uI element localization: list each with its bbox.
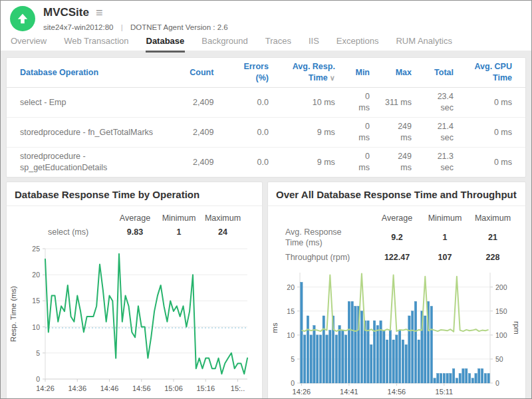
- cell-max: 249 ms: [375, 118, 417, 148]
- stats-row: Throughput (rpm) 122.47 107 228: [268, 250, 517, 265]
- app-window: MVCSite ≡ site24x7-win2012:80 | DOTNET A…: [0, 0, 532, 399]
- response-throughput-combo-chart[interactable]: 0055010100151502020014:2614:4114:5615:11…: [268, 267, 525, 399]
- col-header-min[interactable]: Min: [340, 58, 375, 88]
- stats-row: Avg. Response Time (ms) 9.2 1 21: [268, 225, 517, 250]
- cell-min: 0 ms: [340, 88, 375, 118]
- stats-maximum-value: 24: [201, 225, 245, 239]
- svg-text:14:56: 14:56: [388, 388, 406, 396]
- col-header-max[interactable]: Max: [375, 58, 417, 88]
- svg-text:150: 150: [495, 307, 507, 315]
- stats-average-value: 122.47: [373, 250, 421, 265]
- cell-min: 0 ms: [340, 118, 375, 148]
- svg-text:14:41: 14:41: [340, 388, 358, 396]
- svg-text:14:36: 14:36: [68, 384, 86, 392]
- svg-text:14:26: 14:26: [36, 384, 55, 392]
- svg-text:15:..: 15:..: [231, 384, 245, 392]
- col-header-errors[interactable]: Errors (%): [219, 58, 274, 88]
- svg-text:ms: ms: [271, 323, 279, 333]
- svg-text:rpm: rpm: [513, 321, 521, 334]
- stats-header-average: Average: [113, 211, 157, 225]
- cell-avg-resp: 9 ms: [274, 118, 340, 148]
- up-arrow-icon: [17, 13, 28, 24]
- col-header-avg-resp-time[interactable]: Avg. Resp. Time∨: [274, 58, 340, 88]
- cell-avg-resp: 9 ms: [274, 148, 340, 178]
- cell-count: 2,409: [160, 148, 219, 178]
- operation-stats-table: Average Minimum Maximum select (ms) 9.83…: [7, 211, 245, 239]
- col-header-avg-cpu-time[interactable]: Avg. CPU Time: [459, 58, 525, 88]
- svg-text:25: 25: [32, 245, 40, 253]
- svg-text:10: 10: [32, 323, 40, 331]
- svg-text:0: 0: [291, 379, 295, 387]
- svg-text:0: 0: [495, 379, 499, 387]
- col-header-count[interactable]: Count: [160, 58, 219, 88]
- stats-minimum-value: 1: [421, 225, 469, 250]
- database-operations-table: Database Operation Count Errors (%) Avg.…: [7, 58, 525, 177]
- cell-total: 23.4 sec: [417, 88, 459, 118]
- svg-text:200: 200: [495, 283, 507, 291]
- sort-desc-icon[interactable]: ∨: [330, 74, 335, 82]
- cell-errors: 0.0: [219, 148, 274, 178]
- overall-response-throughput-panel: Over All Database Response Time and Thro…: [267, 182, 526, 399]
- cell-avg-cpu: 0 ms: [459, 148, 525, 178]
- svg-text:0: 0: [36, 375, 40, 383]
- stats-minimum-value: 1: [157, 225, 201, 239]
- panel-title: Database Response Time by Operation: [7, 182, 262, 206]
- stats-maximum-value: 228: [469, 250, 517, 265]
- stats-header-average: Average: [373, 211, 421, 225]
- table-row[interactable]: select - Emp 2,409 0.0 10 ms 0 ms 311 ms…: [7, 88, 525, 118]
- cell-operation[interactable]: storedprocedure - sp_getEducationDetails: [7, 148, 160, 178]
- svg-text:20: 20: [32, 271, 40, 279]
- col-header-total[interactable]: Total: [417, 58, 459, 88]
- tab-overview[interactable]: Overview: [10, 36, 47, 53]
- stats-header-minimum: Minimum: [157, 211, 201, 225]
- tab-rum-analytics[interactable]: RUM Analytics: [395, 36, 453, 53]
- svg-text:Resp. Time (ms): Resp. Time (ms): [9, 286, 17, 342]
- svg-text:15:11: 15:11: [436, 388, 454, 396]
- tab-web-transaction[interactable]: Web Transaction: [63, 36, 129, 53]
- svg-text:5: 5: [36, 349, 40, 357]
- overall-stats-table: Average Minimum Maximum Avg. Response Ti…: [268, 211, 517, 265]
- stats-series-label: Throughput (rpm): [268, 250, 373, 265]
- stats-row: select (ms) 9.83 1 24: [7, 225, 245, 239]
- monitor-status-up-icon: [10, 6, 35, 31]
- svg-text:10: 10: [287, 331, 295, 339]
- svg-text:14:46: 14:46: [100, 384, 119, 392]
- cell-avg-cpu: 0 ms: [459, 88, 525, 118]
- stats-series-label: Avg. Response Time (ms): [268, 225, 373, 250]
- monitor-subtitle: site24x7-win2012:80 | DOTNET Agent Versi…: [43, 23, 228, 31]
- stats-average-value: 9.2: [373, 225, 421, 250]
- svg-text:5: 5: [291, 355, 295, 363]
- database-operations-card: Database Operation Count Errors (%) Avg.…: [6, 57, 526, 178]
- svg-text:15: 15: [32, 297, 40, 305]
- cell-avg-cpu: 0 ms: [459, 118, 525, 148]
- table-row[interactable]: storedprocedure - fn_GetTotalMarks 2,409…: [7, 118, 525, 148]
- cell-min: 0 ms: [340, 148, 375, 178]
- cell-avg-resp: 10 ms: [274, 88, 340, 118]
- tab-traces[interactable]: Traces: [265, 36, 292, 53]
- stats-series-label: select (ms): [7, 225, 113, 239]
- stats-minimum-value: 107: [421, 250, 469, 265]
- tab-bar: OverviewWeb TransactionDatabaseBackgroun…: [1, 36, 531, 53]
- table-row[interactable]: storedprocedure - sp_getEducationDetails…: [7, 148, 525, 178]
- page-title: MVCSite: [43, 6, 89, 19]
- col-header-database-operation[interactable]: Database Operation: [7, 58, 160, 88]
- cell-operation[interactable]: storedprocedure - fn_GetTotalMarks: [7, 118, 160, 148]
- panel-title: Over All Database Response Time and Thro…: [268, 182, 525, 206]
- agent-version-label: DOTNET Agent Version : 2.6: [130, 23, 228, 31]
- stats-maximum-value: 21: [469, 225, 517, 250]
- stats-header-maximum: Maximum: [469, 211, 517, 225]
- hamburger-menu-icon[interactable]: ≡: [96, 7, 103, 19]
- tab-database[interactable]: Database: [146, 36, 186, 53]
- tab-exceptions[interactable]: Exceptions: [336, 36, 380, 53]
- cell-count: 2,409: [160, 88, 219, 118]
- svg-text:50: 50: [495, 355, 503, 363]
- svg-text:100: 100: [495, 331, 507, 339]
- cell-operation[interactable]: select - Emp: [7, 88, 160, 118]
- tab-background[interactable]: Background: [201, 36, 248, 53]
- host-label: site24x7-win2012:80: [43, 23, 114, 31]
- tab-iis[interactable]: IIS: [308, 36, 320, 53]
- stats-header-minimum: Minimum: [421, 211, 469, 225]
- response-time-line-chart[interactable]: 051015202514:2614:3614:4614:5615:0615:16…: [7, 242, 262, 399]
- cell-total: 21.3 sec: [417, 148, 459, 178]
- cell-total: 21.4 sec: [417, 118, 459, 148]
